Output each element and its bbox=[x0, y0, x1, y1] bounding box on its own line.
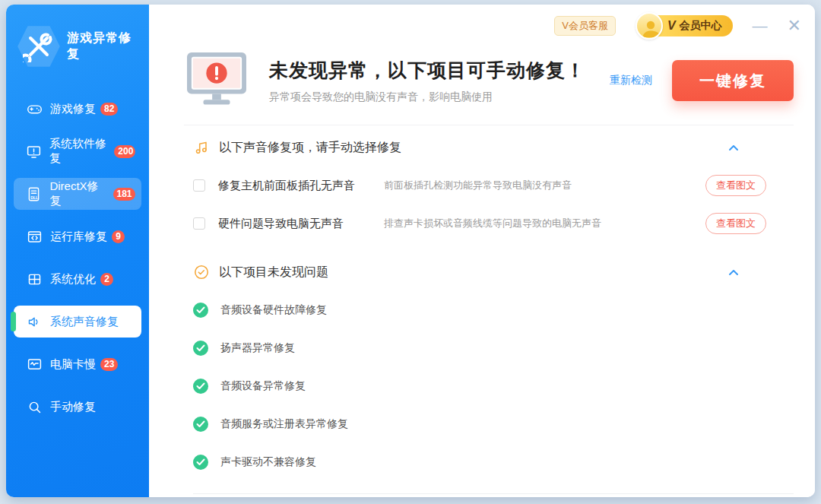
count-badge: 9 bbox=[112, 230, 125, 243]
sidebar-item-game-repair[interactable]: 游戏修复 82 bbox=[14, 93, 141, 125]
manual-section-title: 以下声音修复项，请手动选择修复 bbox=[219, 140, 728, 156]
check-success-icon bbox=[193, 455, 208, 470]
sidebar-item-label: 系统软件修复 bbox=[49, 137, 109, 166]
one-click-fix-button[interactable]: 一键修复 bbox=[672, 60, 794, 101]
view-guide-button[interactable]: 查看图文 bbox=[705, 213, 766, 234]
code-window-icon bbox=[26, 228, 43, 245]
count-badge: 82 bbox=[100, 103, 118, 116]
sidebar-item-system-sound-repair[interactable]: 系统声音修复 bbox=[14, 306, 141, 338]
manual-fix-row: 修复主机前面板插孔无声音 前面板插孔检测功能异常导致电脑没有声音 查看图文 bbox=[149, 166, 815, 204]
check-success-icon bbox=[193, 303, 208, 318]
app-title: 游戏异常修复 bbox=[67, 30, 141, 62]
sidebar-item-pc-slow[interactable]: 电脑卡慢 23 bbox=[14, 348, 141, 380]
result-title: 未发现异常，以下项目可手动修复！ bbox=[269, 58, 610, 83]
fix-item-description: 前面板插孔检测功能异常导致电脑没有声音 bbox=[384, 179, 705, 192]
avatar bbox=[636, 12, 663, 40]
manual-section-header: 以下声音修复项，请手动选择修复 bbox=[149, 125, 794, 166]
sidebar-item-label: 系统声音修复 bbox=[50, 315, 119, 329]
sidebar-menu: 游戏修复 82 系统软件修复 200 bbox=[6, 93, 149, 423]
result-subtitle: 异常项会导致您的电脑没有声音，影响电脑使用 bbox=[269, 90, 610, 104]
view-guide-button[interactable]: 查看图文 bbox=[705, 175, 766, 196]
passed-item-row: 声卡驱动不兼容修复 bbox=[149, 443, 815, 481]
passed-item-label: 音频设备异常修复 bbox=[220, 379, 306, 393]
grid-icon bbox=[26, 271, 43, 287]
sidebar-item-system-software-repair[interactable]: 系统软件修复 200 bbox=[14, 135, 141, 167]
count-badge: 2 bbox=[100, 273, 113, 286]
monitor-pulse-icon bbox=[26, 356, 43, 372]
sidebar: 游戏异常修复 游戏修复 82 bbox=[6, 5, 149, 497]
passed-item-label: 扬声器异常修复 bbox=[220, 341, 295, 355]
front-panel-fix-checkbox[interactable] bbox=[193, 179, 205, 192]
result-texts: 未发现异常，以下项目可手动修复！ 异常项会导致您的电脑没有声音，影响电脑使用 bbox=[269, 58, 610, 104]
scan-result-header: 未发现异常，以下项目可手动修复！ 异常项会导致您的电脑没有声音，影响电脑使用 重… bbox=[149, 40, 815, 125]
dll-file-icon: DLL bbox=[26, 185, 42, 202]
close-button[interactable]: ✕ bbox=[788, 17, 801, 34]
fix-item-title: 硬件问题导致电脑无声音 bbox=[218, 217, 384, 231]
collapse-manual-section[interactable] bbox=[728, 144, 739, 151]
sidebar-item-label: 电脑卡慢 bbox=[50, 357, 96, 372]
member-center-badge: V 会员中心 bbox=[657, 15, 733, 36]
check-success-icon bbox=[193, 379, 208, 394]
collapse-passed-section[interactable] bbox=[728, 269, 739, 276]
passed-item-label: 音频设备硬件故障修复 bbox=[220, 303, 327, 317]
fix-item-title: 修复主机前面板插孔无声音 bbox=[218, 179, 384, 193]
sidebar-item-directx-repair[interactable]: DLL DirectX修复 181 bbox=[14, 178, 141, 210]
main-panel: V会员客服 V 会员中心 — ✕ bbox=[149, 5, 815, 497]
recheck-link[interactable]: 重新检测 bbox=[610, 74, 652, 87]
hardware-fix-checkbox[interactable] bbox=[193, 217, 205, 230]
sidebar-item-system-optimize[interactable]: 系统优化 2 bbox=[14, 263, 141, 295]
passed-section-header: 以下项目未发现问题 bbox=[149, 250, 794, 291]
repair-tools-icon bbox=[17, 24, 61, 68]
sidebar-item-label: 手动修复 bbox=[50, 400, 96, 414]
topbar: V会员客服 V 会员中心 — ✕ bbox=[149, 5, 815, 40]
passed-section-title: 以下项目未发现问题 bbox=[219, 265, 728, 281]
music-notes-icon bbox=[193, 139, 210, 156]
app-logo: 游戏异常修复 bbox=[6, 5, 149, 76]
divider bbox=[193, 493, 794, 494]
gamepad-icon bbox=[26, 100, 43, 117]
passed-item-label: 音频服务或注册表异常修复 bbox=[220, 417, 348, 431]
member-center[interactable]: V 会员中心 bbox=[636, 12, 733, 40]
speaker-icon bbox=[26, 313, 43, 330]
vip-service-badge[interactable]: V会员客服 bbox=[554, 16, 616, 36]
passed-item-row: 音频设备异常修复 bbox=[149, 367, 815, 405]
passed-item-label: 声卡驱动不兼容修复 bbox=[220, 455, 316, 469]
v-crown-icon: V bbox=[667, 19, 676, 33]
active-indicator bbox=[11, 312, 16, 331]
svg-text:DLL: DLL bbox=[30, 195, 39, 199]
sidebar-item-runtime-repair[interactable]: 运行库修复 9 bbox=[14, 220, 141, 252]
check-success-icon bbox=[193, 417, 208, 432]
count-badge: 200 bbox=[114, 145, 135, 158]
sidebar-item-label: 系统优化 bbox=[50, 272, 96, 287]
count-badge: 181 bbox=[113, 188, 136, 201]
check-success-icon bbox=[193, 341, 208, 356]
sidebar-item-label: DirectX修复 bbox=[49, 179, 108, 208]
passed-item-row: 音频服务或注册表异常修复 bbox=[149, 405, 815, 443]
monitor-alert-icon bbox=[26, 143, 42, 160]
member-center-label: 会员中心 bbox=[680, 19, 722, 33]
minimize-button[interactable]: — bbox=[753, 18, 768, 33]
monitor-warning-icon bbox=[184, 50, 249, 111]
sidebar-item-label: 游戏修复 bbox=[50, 102, 96, 116]
content-area: 未发现异常，以下项目可手动修复！ 异常项会导致您的电脑没有声音，影响电脑使用 重… bbox=[149, 40, 815, 497]
passed-item-row: 音频设备硬件故障修复 bbox=[149, 291, 815, 329]
manual-fix-row: 硬件问题导致电脑无声音 排查声卡损坏或音频线缆等问题导致的电脑无声音 查看图文 bbox=[149, 204, 815, 242]
app-window: 游戏异常修复 游戏修复 82 bbox=[6, 5, 815, 497]
search-icon bbox=[26, 398, 43, 415]
sidebar-item-label: 运行库修复 bbox=[50, 230, 107, 244]
passed-item-row: 扬声器异常修复 bbox=[149, 329, 815, 367]
sidebar-item-manual-repair[interactable]: 手动修复 bbox=[14, 391, 141, 423]
fix-item-description: 排查声卡损坏或音频线缆等问题导致的电脑无声音 bbox=[384, 217, 705, 230]
circle-check-icon bbox=[193, 264, 210, 281]
count-badge: 23 bbox=[100, 358, 118, 371]
